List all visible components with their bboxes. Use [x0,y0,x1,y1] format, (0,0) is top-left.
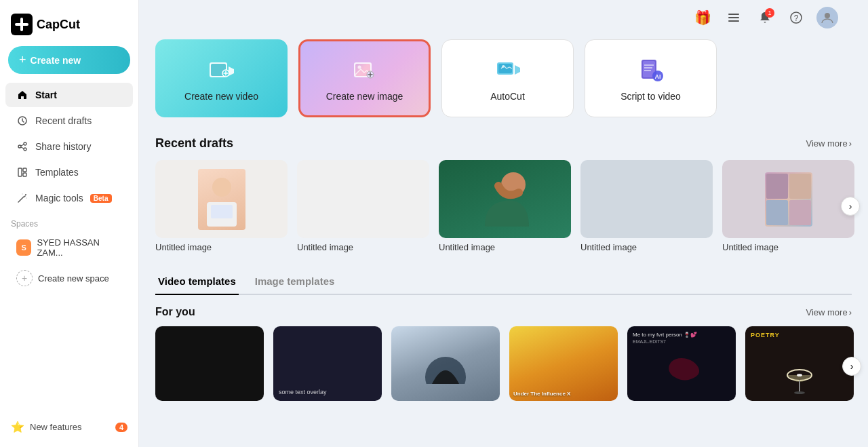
svg-point-5 [18,145,21,148]
create-space-item[interactable]: + Create new space [5,265,133,292]
plus-dashed-icon: + [16,270,33,286]
draft-card-2[interactable]: Untitled image [297,160,429,252]
template-thumb-3 [391,326,500,401]
recent-drafts-title: Recent drafts [155,136,233,151]
svg-rect-11 [23,173,26,176]
create-space-label: Create new space [38,273,109,284]
template-text-4: Under The Influence X [513,391,614,397]
sidebar-item-templates[interactable]: Templates [5,160,133,184]
star-icon: ⭐ [11,421,24,433]
space-item-user[interactable]: S SYED HASSAN ZAM... [5,232,133,263]
layout-icon [16,166,28,178]
svg-point-21 [825,13,830,18]
drafts-scroll-right-button[interactable]: › [841,197,860,216]
svg-rect-45 [211,205,233,218]
sidebar-item-magic-tools[interactable]: Magic tools Beta [5,186,133,210]
templates-section: Video templates Image templates For you … [155,269,852,401]
draft-label-4: Untitled image [580,242,713,252]
svg-rect-16 [728,14,739,15]
tab-image-templates[interactable]: Image templates [252,269,338,295]
chevron-right-icon: › [849,138,852,149]
svg-point-15 [26,197,27,199]
template-card-6[interactable]: POETRY [745,326,854,401]
new-features-item[interactable]: ⭐ New features 4 [0,415,138,439]
svg-rect-17 [728,17,739,18]
sidebar-item-recent-drafts[interactable]: Recent drafts [5,109,133,133]
chevron-right-icon-2: › [849,307,852,317]
template-card-4[interactable]: Under The Influence X [509,326,618,401]
menu-button[interactable] [723,7,745,28]
template-image-6 [751,362,848,395]
gift-button[interactable]: 🎁 [692,7,713,28]
template-thumb-1 [155,326,264,401]
draft-label-1: Untitled image [155,242,288,252]
notification-badge: 1 [765,8,774,18]
draft-card-3[interactable]: Untitled image [439,160,571,252]
template-cards-row: some text overlay Under The Influence X … [155,326,852,401]
svg-rect-34 [498,64,512,73]
template-card-1[interactable] [155,326,264,401]
svg-rect-10 [23,168,26,172]
template-card-3[interactable] [391,326,500,401]
template-text-5: Me to my fvrt person 🍷💕 [633,332,730,338]
svg-point-35 [502,65,505,68]
notification-button[interactable]: 1 [754,7,776,28]
draft-label-5: Untitled image [722,242,854,252]
svg-line-12 [18,197,24,202]
autocut-label: AutoCut [490,91,525,102]
svg-text:?: ? [794,14,799,23]
image-card-icon [350,56,380,85]
logo-text: CapCut [37,18,80,32]
svg-point-50 [794,391,805,394]
autocut-card[interactable]: AutoCut [441,39,574,117]
svg-point-4 [24,142,26,145]
sidebar-item-share-history[interactable]: Share history [5,134,133,159]
svg-point-13 [25,194,26,195]
template-scroll-right-button[interactable]: › [842,357,861,376]
video-card-icon [207,56,237,85]
svg-point-6 [24,148,26,151]
svg-point-43 [212,178,231,197]
create-new-video-card[interactable]: Create new video [155,39,288,117]
svg-rect-18 [728,20,739,22]
svg-rect-2 [20,18,23,31]
home-icon [16,89,28,101]
create-new-video-label: Create new video [184,91,258,102]
script-to-video-card[interactable]: AI Script to video [585,39,717,117]
draft-card-1[interactable]: Untitled image [155,160,288,252]
draft-card-4[interactable]: Untitled image [580,160,713,252]
help-button[interactable]: ? [785,7,807,28]
user-avatar[interactable] [816,7,838,28]
draft-thumb-3 [439,160,571,238]
templates-view-more[interactable]: View more › [806,307,852,317]
avatar-icon [819,9,835,26]
template-text-2: some text overlay [279,389,376,395]
create-new-image-card[interactable]: Create new image [298,39,431,117]
draft-thumb-5 [722,160,854,238]
template-text-5b: EMAJL.EDITS7 [633,339,730,344]
template-card-5[interactable]: Me to my fvrt person 🍷💕 EMAJL.EDITS7 [627,326,736,401]
template-image-5 [633,344,730,395]
recent-drafts-header: Recent drafts View more › [155,136,852,151]
create-new-button[interactable]: + Create new [8,46,130,74]
new-features-label: New features [30,422,82,432]
draft-card-5[interactable]: Untitled image [722,160,854,252]
svg-line-7 [21,144,24,146]
tab-video-templates[interactable]: Video templates [155,269,239,295]
recent-drafts-view-more[interactable]: View more › [806,138,852,149]
main-content: 🎁 1 ? [139,0,868,447]
create-new-label: Create new [31,55,81,66]
sidebar-item-start[interactable]: Start [5,83,133,107]
script-card-icon: AI [636,56,666,85]
autocut-card-icon [493,56,523,85]
svg-point-51 [797,374,802,376]
clock-icon [16,115,28,127]
spaces-label: Spaces [0,211,138,231]
space-name: SYED HASSAN ZAM... [37,237,122,258]
space-avatar: S [16,239,31,256]
template-card-2[interactable]: some text overlay [273,326,382,401]
svg-point-14 [22,193,23,195]
template-text-6: POETRY [751,332,848,338]
draft-thumb-4 [580,160,713,238]
sidebar-item-recent-drafts-label: Recent drafts [35,115,92,126]
